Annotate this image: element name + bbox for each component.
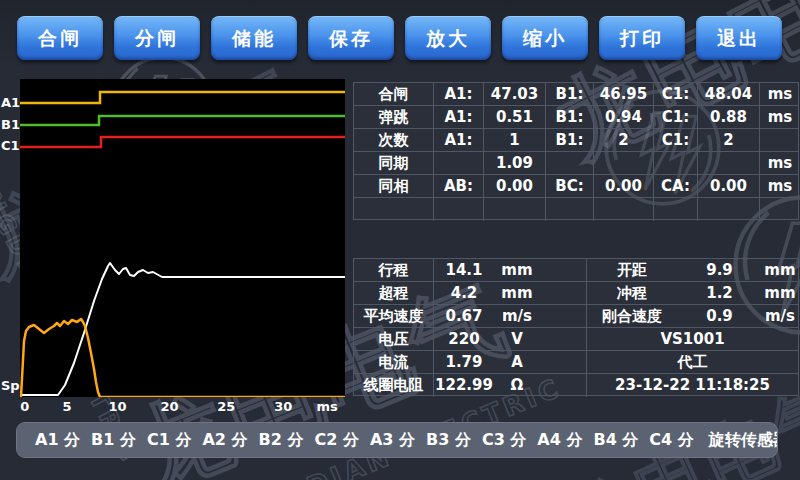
x-tick: 0: [20, 399, 29, 414]
table-row-phase-sync: 同相 AB: 0.00 BC: 0.00 CA: 0.00 ms: [354, 175, 798, 198]
unit-cell: mm: [494, 259, 540, 281]
row-label: 超程: [354, 282, 434, 304]
operator-name: 代工: [587, 351, 798, 373]
table-row-current: 电流 1.79 A 代工: [354, 351, 798, 374]
channel-label-c1: C1: [1, 139, 20, 153]
trace-c1: [20, 137, 345, 147]
table-row-sync: 同期 1.09 ms: [354, 152, 798, 175]
table-row-empty: [354, 198, 798, 221]
x-tick: 20: [160, 399, 178, 414]
unit-cell: A: [494, 351, 540, 373]
close-breaker-button[interactable]: 合闸: [17, 16, 103, 60]
phase-status-a2: A2 分: [202, 430, 247, 451]
row-label: 线圈电阻: [354, 374, 434, 397]
app-screen: { "toolbar": { "buttons": ["合闸", "分闸", "…: [0, 0, 800, 480]
unit-cell: Ω: [494, 374, 540, 397]
plot-area: [20, 79, 345, 397]
timestamp: 23-12-22 11:18:25: [587, 374, 798, 397]
row-label: 刚合速度: [587, 305, 677, 327]
phase-status-a4: A4 分: [537, 430, 582, 451]
toolbar: 合闸 分闸 储能 保存 放大 缩小 打印 退出: [17, 16, 797, 60]
unit-cell: V: [494, 328, 540, 350]
energy-storage-button[interactable]: 储能: [211, 16, 297, 60]
unit-cell: ms: [760, 175, 800, 197]
row-label: 电压: [354, 328, 434, 350]
row-label: 次数: [354, 129, 434, 151]
zoom-out-button[interactable]: 缩小: [502, 16, 588, 60]
row-label: 开距: [587, 259, 677, 281]
phase-status-c4: C4 分: [649, 430, 693, 451]
table-row-coil-resistance: 线圈电阻 122.99 Ω 23-12-22 11:18:25: [354, 374, 798, 397]
mechanical-table: 行程 14.1 mm 开距 9.9 mm 超程 4.2 mm 冲程 1.2 mm…: [353, 258, 799, 396]
speed-label: Sp: [1, 379, 20, 393]
table-row-count: 次数 A1: 1 B1: 2 C1: 2: [354, 129, 798, 152]
device-model: VS1001: [587, 328, 798, 350]
phase-status-b2: B2 分: [259, 430, 304, 451]
phase-status-c3: C3 分: [482, 430, 526, 451]
phase-status-b1: B1 分: [91, 430, 136, 451]
waveform-chart: A1 B1 C1 Sp 0 5 10 20 25 30 ms: [0, 76, 352, 420]
row-label: 同期: [354, 152, 434, 174]
row-label: 电流: [354, 351, 434, 373]
save-button[interactable]: 保存: [308, 16, 394, 60]
timing-table: 合闸 A1: 47.03 B1: 46.95 C1: 48.04 ms 弹跳 A…: [353, 82, 799, 220]
unit-cell: m/s: [762, 305, 798, 327]
table-row-avg-speed: 平均速度 0.67 m/s 刚合速度 0.9 m/s: [354, 305, 798, 328]
x-tick: 30: [274, 399, 292, 414]
channel-label-a1: A1: [1, 96, 20, 110]
phase-status-c1: C1 分: [147, 430, 191, 451]
phase-status-c2: C2 分: [314, 430, 358, 451]
phase-status-a3: A3 分: [370, 430, 415, 451]
phase-status-b4: B4 分: [593, 430, 638, 451]
rotation-sensor-value: 旋转传感器 A:188.4: [709, 430, 778, 451]
row-label: 同相: [354, 175, 434, 197]
x-axis-unit: ms: [316, 399, 337, 414]
status-bar: A1 分 B1 分 C1 分 A2 分 B2 分 C2 分 A3 分 B3 分 …: [16, 422, 778, 458]
table-row-overtravel: 超程 4.2 mm 冲程 1.2 mm: [354, 282, 798, 305]
unit-cell: mm: [762, 282, 798, 304]
unit-cell: mm: [762, 259, 798, 281]
phase-status-a1: A1 分: [35, 430, 80, 451]
exit-button[interactable]: 退出: [696, 16, 782, 60]
table-row-travel: 行程 14.1 mm 开距 9.9 mm: [354, 259, 798, 282]
x-axis: 0 5 10 20 25 30 ms: [20, 399, 345, 415]
row-label: 冲程: [587, 282, 677, 304]
x-tick: 5: [63, 399, 72, 414]
unit-cell: ms: [760, 152, 800, 174]
trace-speed: [21, 319, 345, 397]
unit-cell: ms: [760, 83, 800, 105]
row-label: 合闸: [354, 83, 434, 105]
trace-b1: [20, 116, 345, 125]
unit-cell: m/s: [494, 305, 540, 327]
channel-label-b1: B1: [1, 118, 20, 132]
x-tick: 25: [217, 399, 235, 414]
x-tick: 10: [108, 399, 126, 414]
row-label: 平均速度: [354, 305, 434, 327]
table-row-voltage: 电压 220 V VS1001: [354, 328, 798, 351]
trace-travel: [20, 263, 345, 395]
unit-cell: [760, 129, 800, 151]
row-label: 行程: [354, 259, 434, 281]
unit-cell: mm: [494, 282, 540, 304]
zoom-in-button[interactable]: 放大: [405, 16, 491, 60]
table-row-bounce: 弹跳 A1: 0.51 B1: 0.94 C1: 0.88 ms: [354, 106, 798, 129]
unit-cell: ms: [760, 106, 800, 128]
phase-status-b3: B3 分: [426, 430, 471, 451]
print-button[interactable]: 打印: [599, 16, 685, 60]
trace-a1: [20, 92, 345, 103]
open-breaker-button[interactable]: 分闸: [114, 16, 200, 60]
row-label: 弹跳: [354, 106, 434, 128]
table-row-close-time: 合闸 A1: 47.03 B1: 46.95 C1: 48.04 ms: [354, 83, 798, 106]
